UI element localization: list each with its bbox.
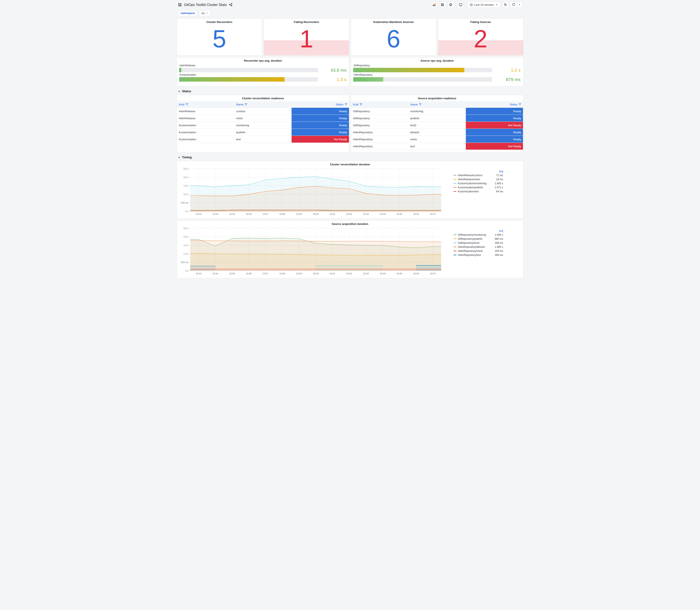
dashboard-settings-button[interactable] [447,1,454,8]
legend-series-toggle[interactable]: HelmRepository/bitnami [454,245,491,248]
legend-item: HelmRepository/minio108 ms [454,249,503,253]
save-dashboard-button[interactable] [439,1,446,8]
stat-value: 2 [438,22,523,55]
bar-gauge-value: 1.3 s [321,77,347,82]
legend-swatch-icon [454,179,456,180]
legend-item: GitRepository/podinfo980 ms [454,237,503,241]
table-row: HelmReleaseminioReady [177,115,349,122]
variable-value-dropdown[interactable]: All [199,10,211,16]
bar-gauge-track [179,68,318,72]
legend-avg-value: 84 ms [491,190,503,193]
chart-legend: avgHelmRelease/contour71 msHelmRelease/m… [443,167,521,217]
panel-title[interactable]: Source acquisition readiness [351,95,523,100]
dashboard-title: GitOps Toolkit Cluster Stats [184,3,227,7]
row-timing-label: Timing [182,156,192,159]
time-series-plot[interactable]: 15:5315:5415:5515:5615:5715:5815:5916:00… [179,167,443,217]
filter-icon [360,103,362,106]
legend-series-name: GitRepository/test2 [458,241,479,244]
y-tick-label: 1.5 s [183,184,189,187]
panel-title[interactable]: Cluster reconciliation readiness [177,95,349,100]
chevron-down-icon [178,90,181,93]
row-toggle-timing[interactable]: Timing [178,156,192,159]
legend-series-toggle[interactable]: HelmRelease/contour [454,174,491,177]
zoom-out-icon [504,3,507,6]
table-header-row: KindNameStatus [177,101,349,108]
cycle-view-button[interactable] [457,1,464,8]
legend-avg-value: 16 ms [491,178,503,181]
bar-gauge-label: GitRepository [354,64,521,67]
chevron-down-icon [518,4,521,6]
bar-gauge-fill [179,77,285,82]
x-tick-label: 16:02 [346,272,352,275]
status-cell: Ready [466,129,523,135]
legend-series-name: HelmRepository/minio [458,250,483,253]
gear-icon [449,3,452,6]
column-header-kind[interactable]: Kind [177,101,234,108]
legend-header-row: avg [454,229,503,233]
legend-series-toggle[interactable]: HelmRepository/minio [454,250,491,253]
panel-title[interactable]: Cluster reconciliation duration [179,161,521,167]
legend-avg-header[interactable]: avg [491,229,503,232]
refresh-interval-dropdown[interactable] [517,1,522,8]
legend-swatch-icon [454,235,456,235]
legend-swatch-icon [454,191,456,192]
legend-series-toggle[interactable]: GitRepository/monitoring [454,234,491,236]
x-tick-label: 15:53 [196,213,201,215]
time-series-plot[interactable]: 15:5315:5415:5515:5615:5715:5815:5916:00… [179,226,443,277]
series-area-helmrepository-test [190,266,215,271]
time-range-picker[interactable]: Last 15 minutes [467,1,501,8]
column-header-name[interactable]: Name [234,101,292,108]
y-tick-label: 2.5 s [183,227,189,229]
stat-panel-failing-sources: Failing Sources2 [438,18,523,55]
column-header-status[interactable]: Status [466,101,523,108]
legend-item: HelmRepository/test289 ms [454,253,503,257]
legend-series-toggle[interactable]: GitRepository/test2 [454,241,491,244]
x-tick-label: 15:54 [212,213,218,215]
x-tick-label: 16:00 [313,213,319,215]
table-header-row: KindNameStatus [351,101,523,108]
legend-series-name: Kustomization/podinfo [458,186,483,189]
legend-series-toggle[interactable]: Kustomization/podinfo [454,186,491,189]
chevron-down-icon [495,3,498,6]
legend-swatch-icon [454,175,456,176]
share-icon[interactable] [229,3,232,6]
series-area-helmrepository-bitnami [190,241,441,271]
legend-series-toggle[interactable]: Kustomization/monitoring [454,182,491,185]
cell-kind: GitRepository [351,108,408,115]
cell-kind: Kustomization [177,122,234,129]
x-tick-label: 15:56 [246,213,251,215]
legend-item: GitRepository/test2338 ms [454,241,503,245]
column-header-name[interactable]: Name [408,101,466,108]
table-row: GitRepositorytest2Not Ready [351,122,523,129]
panel-title[interactable]: Reconciler ops avg. duration [179,58,347,63]
chevron-down-icon [178,156,181,159]
add-panel-button[interactable] [431,1,438,8]
panel-title[interactable]: Source ops avg. duration [353,58,521,63]
legend-series-toggle[interactable]: GitRepository/podinfo [454,237,491,240]
dashboard-body: Cluster Reconcilers5Failing Reconcilers1… [175,18,525,280]
bar-gauge-label: Kustomization [180,73,347,76]
bar-gauge-track [353,77,492,82]
x-tick-label: 16:01 [329,272,335,275]
stat-panel-failing-reconcilers: Failing Reconcilers1 [264,18,349,55]
column-header-status[interactable]: Status [292,101,349,108]
series-area-helmrepository-test [416,266,441,271]
legend-series-toggle[interactable]: Kustomization/test [454,190,491,193]
row-toggle-status[interactable]: Status [178,90,191,93]
y-tick-label: 500 ms [181,202,189,204]
zoom-out-button[interactable] [502,1,509,8]
dashboards-grid-icon[interactable] [178,3,182,6]
y-tick-label: 0 s [185,210,189,212]
legend-series-toggle[interactable]: HelmRelease/minio [454,178,491,181]
column-header-kind[interactable]: Kind [351,101,408,108]
status-cell: Ready [292,129,349,135]
legend-series-toggle[interactable]: HelmRepository/test [454,254,491,257]
refresh-button[interactable] [510,1,517,8]
filter-icon [186,103,188,106]
x-tick-label: 16:01 [329,213,335,215]
cell-name: contour [234,108,292,115]
status-cell: Ready [466,108,523,115]
legend-item: Kustomization/podinfo1.071 s [454,185,503,189]
panel-title[interactable]: Source acquisition duration [179,221,521,226]
legend-avg-header[interactable]: avg [491,170,503,173]
